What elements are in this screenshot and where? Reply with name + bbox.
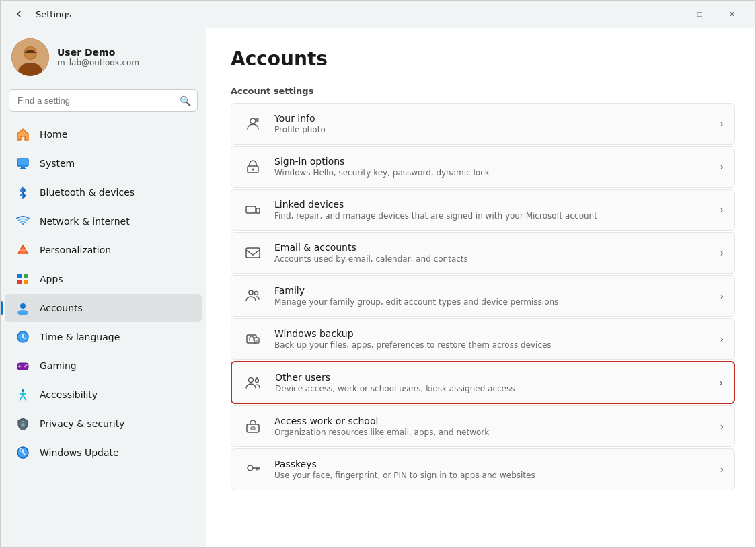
email-desc: Accounts used by email, calendar, and co…	[274, 254, 468, 264]
svg-point-16	[26, 364, 28, 366]
svg-rect-10	[24, 280, 28, 284]
sidebar-item-home-label: Home	[40, 129, 67, 140]
network-icon	[15, 214, 30, 229]
home-icon	[15, 127, 30, 142]
main-layout: User Demo m_lab@outlook.com 🔍 Home	[1, 28, 755, 547]
svg-point-33	[249, 378, 254, 383]
bluetooth-icon	[15, 185, 30, 200]
sidebar-item-network[interactable]: Network & internet	[5, 207, 202, 235]
settings-item-backup[interactable]: Windows backup Back up your files, apps,…	[231, 318, 735, 360]
your-info-title: Your info	[274, 113, 326, 124]
settings-item-work[interactable]: Access work or school Organization resou…	[231, 405, 735, 447]
windows-update-icon	[15, 445, 30, 460]
sidebar-item-time[interactable]: Time & language	[5, 323, 202, 351]
sidebar-item-gaming[interactable]: Gaming	[5, 352, 202, 380]
settings-list: Your info Profile photo ›	[231, 103, 735, 490]
user-profile: User Demo m_lab@outlook.com	[1, 28, 206, 89]
backup-chevron: ›	[720, 334, 724, 344]
settings-item-email[interactable]: Email & accounts Accounts used by email,…	[231, 232, 735, 274]
section-label: Account settings	[231, 86, 735, 96]
other-users-icon	[243, 372, 264, 393]
search-box: 🔍	[9, 89, 198, 112]
sidebar-item-privacy-label: Privacy & security	[40, 418, 124, 429]
sidebar-item-system[interactable]: System	[5, 149, 202, 178]
settings-item-linked-devices[interactable]: Linked devices Find, repair, and manage …	[231, 189, 735, 231]
gaming-icon	[15, 358, 30, 373]
titlebar-left: Settings	[9, 4, 71, 24]
other-users-title: Other users	[275, 372, 515, 383]
sidebar-item-gaming-label: Gaming	[40, 360, 77, 371]
settings-item-passkeys[interactable]: Passkeys Use your face, fingerprint, or …	[231, 448, 735, 490]
sidebar-item-apps-label: Apps	[40, 274, 63, 284]
svg-point-11	[20, 303, 26, 309]
svg-rect-18	[22, 424, 25, 427]
linked-devices-chevron: ›	[720, 204, 724, 215]
work-icon	[242, 416, 264, 437]
sidebar-nav: Home System	[1, 120, 206, 467]
system-icon	[15, 156, 30, 171]
passkeys-title: Passkeys	[274, 459, 535, 469]
settings-item-family[interactable]: Family Manage your family group, edit ac…	[231, 275, 735, 317]
linked-devices-icon	[242, 199, 264, 221]
family-icon	[242, 285, 264, 307]
svg-point-24	[252, 169, 254, 171]
sidebar-item-privacy[interactable]: Privacy & security	[5, 409, 202, 438]
sidebar-item-windows-update-label: Windows Update	[40, 447, 119, 458]
signin-title: Sign-in options	[274, 156, 490, 167]
sidebar-item-bluetooth[interactable]: Bluetooth & devices	[5, 178, 202, 206]
back-button[interactable]	[9, 4, 29, 24]
svg-rect-8	[24, 274, 28, 278]
backup-desc: Back up your files, apps, preferences to…	[274, 340, 552, 350]
sidebar-item-accounts[interactable]: Accounts	[5, 294, 202, 322]
family-desc: Manage your family group, edit account t…	[274, 297, 558, 307]
settings-item-your-info[interactable]: Your info Profile photo ›	[231, 103, 735, 145]
family-title: Family	[274, 285, 558, 296]
svg-rect-9	[17, 280, 22, 284]
minimize-button[interactable]: —	[652, 4, 683, 24]
user-info: User Demo m_lab@outlook.com	[57, 47, 139, 67]
sidebar-item-windows-update[interactable]: Windows Update	[5, 438, 202, 467]
sidebar-item-personalization-label: Personalization	[40, 245, 111, 256]
privacy-icon	[15, 416, 30, 431]
svg-rect-5	[21, 167, 25, 168]
signin-icon	[242, 156, 264, 178]
work-title: Access work or school	[274, 416, 489, 426]
sidebar-item-bluetooth-label: Bluetooth & devices	[40, 187, 135, 198]
window-controls: — □ ✕	[652, 4, 747, 24]
svg-rect-4	[17, 159, 28, 166]
sidebar-item-home[interactable]: Home	[5, 120, 202, 149]
settings-item-other-users[interactable]: Other users Device access, work or schoo…	[231, 361, 735, 404]
svg-point-29	[249, 290, 253, 295]
window-title: Settings	[36, 9, 71, 19]
user-name: User Demo	[57, 47, 139, 58]
svg-rect-28	[246, 248, 260, 258]
passkeys-icon	[242, 459, 264, 480]
svg-point-30	[255, 292, 258, 295]
svg-point-12	[17, 310, 28, 315]
svg-rect-38	[251, 427, 255, 430]
search-input[interactable]	[9, 89, 198, 112]
maximize-button[interactable]: □	[684, 4, 715, 24]
accessibility-icon	[15, 387, 30, 402]
email-icon	[242, 242, 264, 264]
sidebar-item-accessibility[interactable]: Accessibility	[5, 381, 202, 409]
other-users-desc: Device access, work or school users, kio…	[275, 384, 515, 393]
settings-item-signin[interactable]: Sign-in options Windows Hello, security …	[231, 146, 735, 188]
avatar	[11, 38, 49, 76]
family-chevron: ›	[720, 290, 724, 301]
your-info-chevron: ›	[720, 118, 724, 129]
apps-icon	[15, 272, 30, 286]
signin-desc: Windows Hello, security key, password, d…	[274, 168, 490, 178]
close-button[interactable]: ✕	[716, 4, 747, 24]
page-title: Accounts	[231, 48, 735, 70]
linked-devices-desc: Find, repair, and manage devices that ar…	[274, 211, 597, 221]
sidebar-item-personalization[interactable]: Personalization	[5, 236, 202, 264]
your-info-desc: Profile photo	[274, 125, 326, 134]
svg-rect-6	[20, 168, 26, 169]
sidebar-item-system-label: System	[40, 158, 75, 169]
sidebar-item-apps[interactable]: Apps	[5, 265, 202, 293]
titlebar: Settings — □ ✕	[1, 1, 755, 28]
content-area: Accounts Account settings	[206, 28, 755, 547]
svg-point-20	[250, 118, 256, 124]
sidebar-item-network-label: Network & internet	[40, 216, 130, 227]
